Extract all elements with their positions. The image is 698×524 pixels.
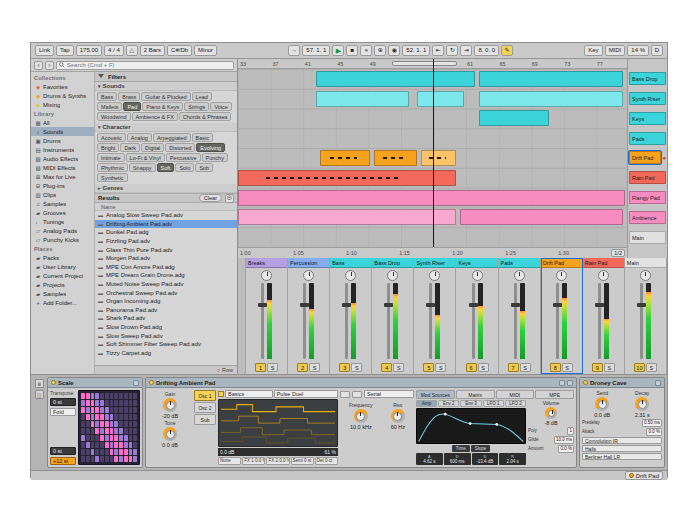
result-item[interactable]: ▬Drifting Ambient Pad.adv xyxy=(95,220,237,229)
punch-in-icon[interactable]: ⇤ xyxy=(432,45,444,56)
tag-bright[interactable]: Bright xyxy=(97,143,119,152)
sidebar-item-current-project[interactable]: ▰ Current Project xyxy=(31,271,94,280)
sidebar-item-midi-effects[interactable]: ▨ MIDI Effects xyxy=(31,163,94,172)
scale-cell[interactable] xyxy=(105,449,109,455)
scale-cell[interactable] xyxy=(119,400,123,406)
tag-snappy[interactable]: Snappy xyxy=(129,163,156,172)
arrangement-clip[interactable] xyxy=(479,91,623,107)
solo-button[interactable]: S xyxy=(478,363,489,372)
filter-group-header[interactable]: ▾Sounds xyxy=(95,82,237,91)
tag-pad[interactable]: Pad xyxy=(123,102,141,111)
tag-digital[interactable]: Digital xyxy=(141,143,164,152)
quantize-menu[interactable]: 2 Bars xyxy=(140,45,165,56)
scale-cell[interactable] xyxy=(100,407,104,413)
volume-knob[interactable] xyxy=(545,407,557,419)
env-tab-env-3[interactable]: Env 3 xyxy=(460,400,481,407)
fader-handle[interactable] xyxy=(258,303,267,307)
result-item[interactable]: ▬Slow Drown Pad.adg xyxy=(95,323,237,332)
arrangement-clip[interactable] xyxy=(479,110,549,126)
rack-device-header[interactable]: Drifting Ambient Pad xyxy=(146,378,576,388)
scale-cell[interactable] xyxy=(105,456,109,462)
mixer-track-name[interactable]: Drift Pad xyxy=(541,258,582,268)
result-item[interactable]: ▬Shark Pad.adv xyxy=(95,314,237,323)
osc-param[interactable]: FX 2 0.0 % xyxy=(266,457,289,465)
mixer-strip-percussion[interactable]: Percussion 2 S xyxy=(288,258,330,374)
scale-cell[interactable] xyxy=(81,428,85,434)
scale-cell[interactable] xyxy=(124,442,128,448)
volume-fader[interactable] xyxy=(472,283,475,359)
zoom-level[interactable]: 1/2 xyxy=(611,249,625,257)
scale-cell[interactable] xyxy=(81,414,85,420)
adsr-r[interactable]: R 2.04 s xyxy=(499,453,526,465)
scale-cell[interactable] xyxy=(133,400,137,406)
solo-button[interactable]: S xyxy=(351,363,362,372)
tempo-display[interactable]: 175.00 xyxy=(76,45,102,56)
result-item[interactable]: ▬Glass Thin Pure Pad.adv xyxy=(95,245,237,254)
mixer-track-name[interactable]: Rain Pad xyxy=(583,258,624,268)
record-button[interactable]: ● xyxy=(360,45,372,56)
arrangement-clip[interactable] xyxy=(316,71,475,87)
scale-cell[interactable] xyxy=(81,435,85,441)
play-button[interactable]: ▶ xyxy=(332,45,344,56)
scale-cell[interactable] xyxy=(81,456,85,462)
track-activator[interactable]: 1 xyxy=(255,363,266,372)
result-item[interactable]: ▬Morgen Pad.adv xyxy=(95,254,237,263)
scale-cell[interactable] xyxy=(110,442,114,448)
tag-arpeggiated[interactable]: Arpeggiated xyxy=(153,133,191,142)
result-item[interactable]: ▬Muted Noise Sweep Pad.adv xyxy=(95,280,237,289)
scale-cell[interactable] xyxy=(91,421,95,427)
map-mode-icon[interactable] xyxy=(559,380,565,386)
track-header-main[interactable]: Main xyxy=(628,227,667,247)
mixer-track-name[interactable]: Main xyxy=(625,258,666,268)
scale-cell[interactable] xyxy=(105,393,109,399)
tap-tempo-button[interactable]: Tap xyxy=(56,45,74,56)
tag-analog[interactable]: Analog xyxy=(127,133,152,142)
scale-cell[interactable] xyxy=(86,442,90,448)
playhead[interactable] xyxy=(433,59,434,247)
sidebar-item-samples[interactable]: ♫ Samples xyxy=(31,199,94,208)
track-header-drift-pad[interactable]: Drift Pad ● xyxy=(628,148,667,168)
scale-cell[interactable] xyxy=(119,414,123,420)
sidebar-item-grooves[interactable]: ▰ Grooves xyxy=(31,208,94,217)
volume-fader[interactable] xyxy=(556,283,559,359)
attack-value[interactable]: 0.0 % xyxy=(646,428,662,436)
scale-cell[interactable] xyxy=(86,393,90,399)
scale-cell[interactable] xyxy=(91,414,95,420)
volume-fader[interactable] xyxy=(345,283,348,359)
scale-cell[interactable] xyxy=(129,400,133,406)
scale-cell[interactable] xyxy=(81,400,85,406)
volume-fader[interactable] xyxy=(514,283,517,359)
sidebar-item-favorites[interactable]: ◆ Favorites xyxy=(31,82,94,91)
track-header-rain-pad[interactable]: Rain Pad xyxy=(628,168,667,188)
scale-cell[interactable] xyxy=(124,407,128,413)
arm-icon[interactable]: ● xyxy=(662,155,666,161)
scale-cell[interactable] xyxy=(133,442,137,448)
scale-cell[interactable] xyxy=(100,456,104,462)
track-activator[interactable]: 3 xyxy=(339,363,350,372)
sidebar-item-samples[interactable]: ▰ Samples xyxy=(31,289,94,298)
track-activator[interactable]: 2 xyxy=(297,363,308,372)
osc-position-value[interactable]: 61 % xyxy=(325,449,336,455)
track-activator[interactable]: 8 xyxy=(550,363,561,372)
scale-cell[interactable] xyxy=(133,428,137,434)
result-item[interactable]: ▬Organ Incoming.adg xyxy=(95,297,237,306)
tag-dark[interactable]: Dark xyxy=(120,143,140,152)
tag-punchy[interactable]: Punchy xyxy=(202,153,228,162)
stop-button[interactable]: ■ xyxy=(346,45,358,56)
reverb-device-header[interactable]: Droney Cave xyxy=(580,378,664,388)
pan-knob[interactable] xyxy=(345,270,356,281)
scale-cell[interactable] xyxy=(119,393,123,399)
scale-cell[interactable] xyxy=(95,407,99,413)
search-input[interactable] xyxy=(67,62,231,68)
mixer-strip-rain-pad[interactable]: Rain Pad 9 S xyxy=(583,258,625,374)
envelope-display[interactable] xyxy=(416,408,526,444)
scale-cell[interactable] xyxy=(129,442,133,448)
search-box[interactable] xyxy=(56,61,234,70)
scale-cell[interactable] xyxy=(129,435,133,441)
sidebar-item-tunings[interactable]: ♩ Tunings xyxy=(31,217,94,226)
tag-strings[interactable]: Strings xyxy=(184,102,209,111)
pan-knob[interactable] xyxy=(472,270,483,281)
tag-lead[interactable]: Lead xyxy=(192,92,212,101)
tag-sub[interactable]: Sub xyxy=(195,163,213,172)
voices-value[interactable]: 1 xyxy=(567,427,574,435)
